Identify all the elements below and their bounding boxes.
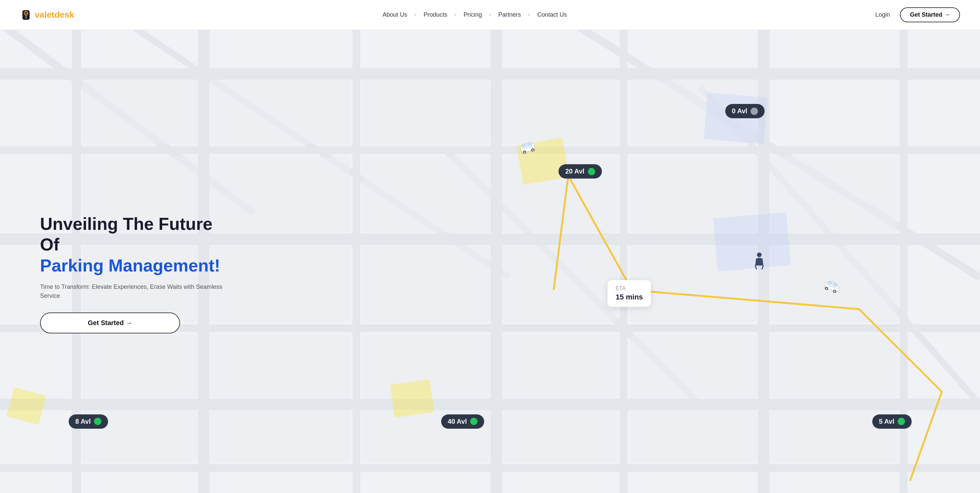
avl-badge-5: 5 Avl (872, 414, 912, 429)
avl-badge-0: 0 Avl (725, 104, 765, 118)
hero-subtitle: Time to Transform: Elevate Experiences, … (40, 282, 227, 300)
logo[interactable]: valetdesk (20, 9, 74, 21)
nav-partners[interactable]: Partners (494, 10, 525, 20)
hero-get-started-button[interactable]: Get Started → (40, 312, 180, 333)
nav-dot-1 (414, 14, 416, 16)
person-icon (754, 252, 764, 272)
avl-badge-8-text: 8 Avl (75, 418, 91, 425)
navbar: valetdesk About Us Products Pricing Part… (0, 0, 980, 30)
hero-section: 20 Avl 0 Avl 8 Avl 40 Avl 5 Avl ETA 15 m… (0, 30, 980, 493)
avl-dot-5 (898, 418, 905, 425)
brand-name: valetdesk (35, 10, 74, 20)
avl-badge-0-text: 0 Avl (732, 107, 747, 115)
svg-point-2 (25, 12, 27, 14)
nav-about[interactable]: About Us (379, 10, 411, 20)
eta-card: ETA 15 mins (608, 280, 651, 307)
avl-badge-40: 40 Avl (441, 414, 484, 429)
hero-title-line1: Unveiling The Future Of (40, 214, 227, 255)
avl-badge-20: 20 Avl (558, 164, 601, 179)
avl-dot-40 (470, 418, 477, 425)
nav-dot-3 (489, 14, 491, 16)
avl-dot-8 (94, 418, 101, 425)
login-link[interactable]: Login (875, 11, 890, 18)
hero-title-line2: Parking Management! (40, 255, 227, 276)
nav-contact[interactable]: Contact Us (533, 10, 571, 20)
nav-get-started-button[interactable]: Get Started → (900, 7, 960, 22)
avl-dot-20 (588, 168, 595, 175)
eta-label: ETA (616, 285, 643, 292)
nav-right: Login Get Started → (875, 7, 960, 22)
avl-badge-8: 8 Avl (69, 414, 108, 429)
avl-badge-20-text: 20 Avl (565, 168, 584, 175)
nav-pricing[interactable]: Pricing (460, 10, 486, 20)
svg-point-3 (25, 17, 27, 19)
nav-dot-2 (455, 14, 456, 16)
svg-point-67 (757, 252, 762, 257)
logo-icon (20, 9, 32, 21)
avl-badge-40-text: 40 Avl (448, 418, 467, 425)
hero-content: Unveiling The Future Of Parking Manageme… (40, 214, 227, 333)
nav-dot-4 (528, 14, 530, 16)
nav-links: About Us Products Pricing Partners Conta… (379, 10, 571, 20)
eta-value: 15 mins (616, 293, 643, 301)
avl-badge-5-text: 5 Avl (879, 418, 894, 425)
avl-dot-0 (751, 108, 758, 115)
nav-products[interactable]: Products (420, 10, 451, 20)
